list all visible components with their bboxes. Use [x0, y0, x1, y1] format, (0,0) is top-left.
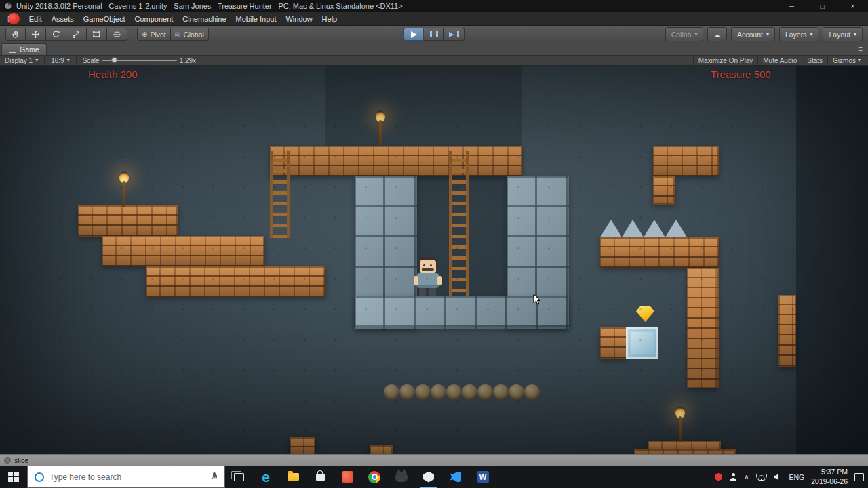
menu-window[interactable]: Window	[281, 15, 317, 23]
gizmos-dropdown[interactable]: Gizmos ▾	[827, 56, 865, 65]
word-button[interactable]: W	[469, 466, 496, 488]
close-button[interactable]: ×	[837, 0, 868, 12]
brick-platform	[270, 146, 522, 176]
scale-tool-button[interactable]	[66, 28, 87, 41]
global-label: Global	[183, 30, 203, 39]
gizmos-label: Gizmos	[833, 57, 856, 64]
mute-audio-toggle[interactable]: Mute Audio	[757, 56, 802, 65]
status-text: slice	[14, 456, 28, 464]
action-center-icon[interactable]	[854, 473, 864, 481]
pivot-toggle[interactable]: ⊕ Pivot	[137, 28, 171, 41]
rotate-tool-icon	[52, 30, 60, 39]
transform-tools	[5, 28, 127, 41]
store-button[interactable]	[307, 466, 334, 488]
tab-options-icon[interactable]: ≡	[859, 45, 863, 53]
people-icon[interactable]	[729, 473, 737, 481]
minimize-button[interactable]: ─	[776, 0, 807, 12]
move-tool-button[interactable]	[26, 28, 46, 41]
rotate-tool-button[interactable]	[46, 28, 66, 41]
task-view-icon	[234, 473, 244, 481]
maximize-button[interactable]: □	[807, 0, 837, 12]
scale-slider-knob[interactable]	[111, 57, 117, 63]
show-hidden-icons-chevron[interactable]: ∧	[744, 473, 749, 481]
stone-circle	[493, 384, 509, 400]
layout-button[interactable]: Layout ▾	[823, 27, 863, 41]
edge-button[interactable]: e	[252, 466, 279, 488]
aspect-caret-icon: ▾	[67, 58, 70, 63]
play-button[interactable]	[403, 28, 424, 41]
cloud-button[interactable]: ☁	[707, 27, 727, 41]
vscode-button[interactable]	[442, 466, 469, 488]
gizmos-caret-icon: ▾	[858, 58, 861, 63]
unity-taskbar-button[interactable]	[415, 466, 442, 488]
pause-button[interactable]	[424, 28, 444, 41]
account-label: Account	[737, 30, 763, 39]
toolbar-right: Collab ▾ ☁ Account ▾ Layers ▾ Layout ▾	[665, 27, 863, 41]
maximize-on-play-toggle[interactable]: Maximize On Play	[693, 56, 758, 65]
brick-platform	[78, 205, 178, 237]
layers-caret-icon: ▾	[810, 32, 812, 37]
brick-platform	[146, 266, 326, 297]
vscode-icon	[450, 472, 461, 483]
menubar: File Edit Assets GameObject Component Ci…	[0, 12, 868, 26]
stone-circle	[431, 384, 446, 400]
menu-help[interactable]: Help	[317, 15, 342, 23]
layers-label: Layers	[785, 30, 807, 39]
wifi-icon[interactable]	[756, 473, 767, 481]
step-button[interactable]	[444, 28, 465, 41]
display-dropdown[interactable]: Display 1 ▾	[3, 57, 40, 64]
character-leg	[419, 288, 426, 296]
search-input[interactable]: Type here to search	[27, 466, 225, 488]
brick-platform	[653, 146, 719, 176]
edge-icon: e	[262, 470, 270, 484]
statusbar: slice	[0, 454, 868, 466]
brick-tower	[290, 437, 315, 454]
stone-circle	[509, 384, 524, 400]
layers-button[interactable]: Layers ▾	[779, 27, 819, 41]
crystal-block	[626, 327, 658, 359]
menu-mobile-input[interactable]: Mobile Input	[231, 15, 281, 23]
start-button[interactable]	[0, 466, 27, 488]
stats-toggle[interactable]: Stats	[802, 56, 827, 65]
task-view-button[interactable]	[225, 466, 252, 488]
microphone-icon[interactable]	[211, 472, 218, 482]
collab-button[interactable]: Collab ▾	[665, 27, 704, 41]
background-recess	[326, 66, 522, 146]
menu-edit[interactable]: Edit	[24, 15, 47, 23]
file-explorer-button[interactable]	[279, 466, 307, 488]
aspect-dropdown[interactable]: 16:9 ▾	[49, 57, 71, 64]
red-app-button[interactable]	[334, 466, 361, 488]
menu-cinemachine[interactable]: Cinemachine	[178, 15, 231, 23]
tab-game[interactable]: Game	[1, 43, 47, 55]
animal-app-button[interactable]	[388, 466, 415, 488]
mouse-cursor-icon	[533, 293, 541, 308]
global-toggle[interactable]: ◎ Global	[171, 28, 209, 41]
record-indicator-icon	[8, 13, 20, 24]
character-arm	[437, 276, 442, 285]
divider	[76, 57, 77, 64]
speaker-icon[interactable]	[774, 473, 783, 481]
menu-component[interactable]: Component	[130, 15, 178, 23]
transform-tool-button[interactable]	[107, 28, 127, 41]
unity-app-icon	[4, 2, 12, 10]
rect-tool-button[interactable]	[87, 28, 107, 41]
spike-row	[600, 220, 687, 237]
account-button[interactable]: Account ▾	[731, 27, 775, 41]
clock[interactable]: 5:37 PM 2019-06-26	[811, 468, 848, 485]
scale-slider[interactable]	[102, 60, 177, 61]
hand-tool-button[interactable]	[5, 28, 26, 41]
tray-record-icon[interactable]	[715, 473, 722, 481]
menu-assets[interactable]: Assets	[47, 15, 79, 23]
scale-label: Scale	[83, 57, 100, 64]
chrome-button[interactable]	[361, 466, 388, 488]
menu-gameobject[interactable]: GameObject	[79, 15, 130, 23]
torch	[374, 110, 387, 146]
brick-platform	[102, 236, 264, 266]
windows-logo-icon	[8, 472, 19, 483]
game-viewport[interactable]: Health 200 Treasure 500	[0, 66, 868, 454]
language-indicator[interactable]: ENG	[789, 473, 805, 481]
titlebar: Unity 2018.3.0f2 Personal - Caverns 1-2.…	[0, 0, 868, 12]
rect-tool-icon	[92, 30, 101, 39]
pivot-label: Pivot	[150, 30, 165, 39]
spike	[665, 220, 687, 237]
